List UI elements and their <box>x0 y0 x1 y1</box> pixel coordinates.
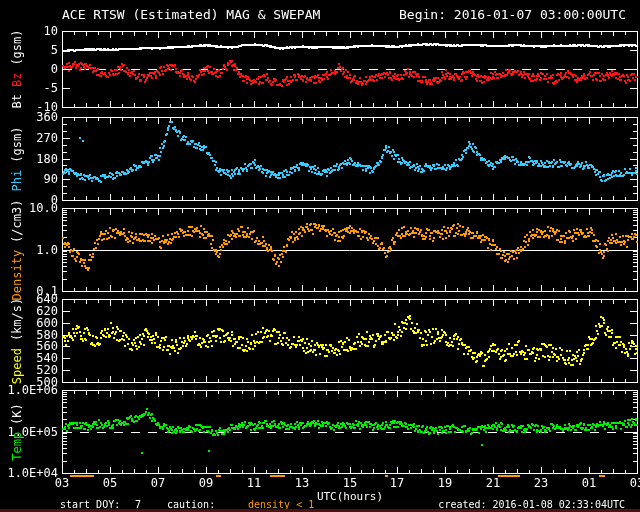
y-tick-label: 5 <box>4 44 58 56</box>
y-tick-label: 10 <box>4 25 58 37</box>
page-title: ACE RTSW (Estimated) MAG & SWEPAM <box>62 7 320 22</box>
x-tick-label: 23 <box>526 477 556 489</box>
x-tick-label: 13 <box>287 477 317 489</box>
y-tick-label: 180 <box>4 153 58 165</box>
y-tick-label: 1.0E+06 <box>4 384 58 396</box>
x-tick-label: 07 <box>143 477 173 489</box>
x-tick-label: 05 <box>95 477 125 489</box>
x-tick-label: 17 <box>382 477 412 489</box>
begin-timestamp: Begin: 2016-01-07 03:00:00UTC <box>399 7 626 22</box>
y-tick-label: 1.0 <box>4 244 58 256</box>
x-tick-label: 19 <box>430 477 460 489</box>
y-tick-label: 0 <box>4 63 58 75</box>
y-tick-label: 270 <box>4 132 58 144</box>
y-tick-label: 90 <box>4 173 58 185</box>
x-tick-label: 11 <box>239 477 269 489</box>
temp-unit-label: (K) <box>10 403 24 425</box>
x-tick-label: 21 <box>478 477 508 489</box>
x-tick-label: 03 <box>622 477 640 489</box>
x-tick-label: 01 <box>574 477 604 489</box>
y-tick-label: 1.0E+05 <box>4 426 58 438</box>
y-tick-label: 360 <box>4 111 58 123</box>
y-tick-label: -5 <box>4 82 58 94</box>
ace-rtsw-plot: ACE RTSW (Estimated) MAG & SWEPAM Begin:… <box>0 0 640 512</box>
x-tick-label: 09 <box>191 477 221 489</box>
x-tick-label: 15 <box>335 477 365 489</box>
y-tick-label: 10.0 <box>4 202 58 214</box>
chart-canvas <box>0 0 640 512</box>
x-tick-label: 03 <box>47 477 77 489</box>
